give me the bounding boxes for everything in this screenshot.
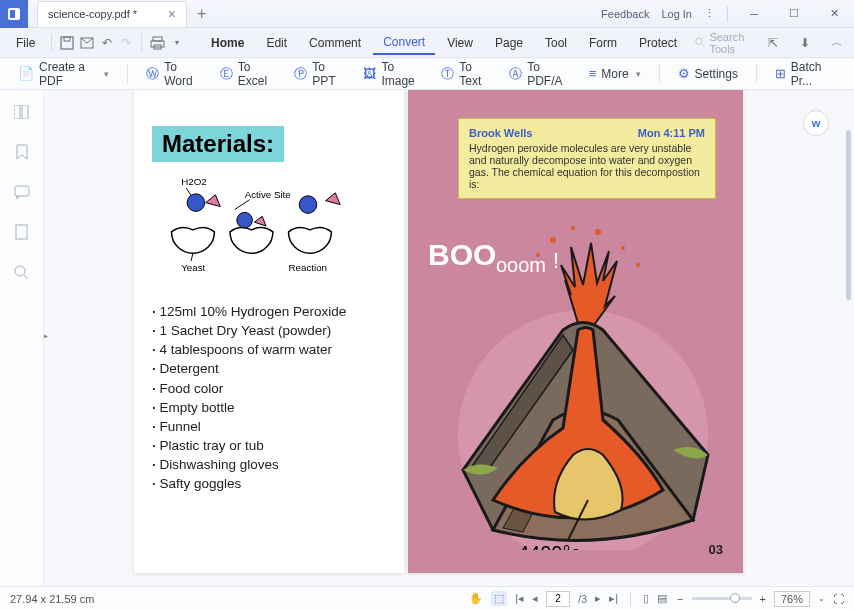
to-ppt-button[interactable]: ⓅTo PPT (286, 57, 351, 91)
to-word-button[interactable]: ⓌTo Word (138, 57, 208, 91)
document-tab[interactable]: science-copy.pdf * × (37, 1, 187, 27)
maximize-button[interactable]: ☐ (780, 0, 808, 28)
page-number: 03 (709, 542, 723, 557)
fullscreen-icon[interactable]: ⛶ (833, 593, 844, 605)
app-logo (0, 0, 28, 28)
tool-menu[interactable]: Tool (535, 32, 577, 54)
toolbar: 📄Create a PDF▾ ⓌTo Word ⒺTo Excel ⓅTo PP… (0, 58, 854, 90)
form-menu[interactable]: Form (579, 32, 627, 54)
svg-rect-11 (22, 105, 28, 119)
next-page-icon[interactable]: ▸ (595, 592, 601, 605)
zoom-slider[interactable] (692, 597, 752, 600)
comment-menu[interactable]: Comment (299, 32, 371, 54)
undo-icon[interactable]: ↶ (98, 32, 116, 54)
share-icon[interactable]: ⇱ (762, 32, 784, 54)
settings-button[interactable]: ⚙Settings (670, 63, 746, 84)
word-export-badge[interactable]: w (803, 110, 829, 136)
feedback-link[interactable]: Feedback (601, 8, 649, 20)
hand-tool-icon[interactable]: ✋ (469, 592, 483, 605)
convert-menu[interactable]: Convert (373, 31, 435, 55)
close-window-button[interactable]: ✕ (820, 0, 848, 28)
zoom-out-icon[interactable]: − (677, 593, 683, 605)
list-item: Empty bottle (152, 398, 386, 417)
batch-button[interactable]: ⊞Batch Pr... (767, 57, 844, 91)
page-dimensions: 27.94 x 21.59 cm (10, 593, 94, 605)
comment-pane-icon[interactable] (12, 182, 32, 202)
protect-menu[interactable]: Protect (629, 32, 687, 54)
prev-page-icon[interactable]: ◂ (532, 592, 538, 605)
search-pane-icon[interactable] (12, 262, 32, 282)
left-sidebar (0, 90, 44, 586)
list-item: 4 tablespoons of warm water (152, 340, 386, 359)
to-excel-button[interactable]: ⒺTo Excel (212, 57, 282, 91)
boom-text: BOO (428, 238, 496, 271)
svg-point-20 (550, 237, 556, 243)
kebab-icon[interactable]: ⋮ (704, 7, 715, 20)
file-menu[interactable]: File (6, 32, 45, 54)
menubar: File ↶ ↷ ▾ Home Edit Comment Convert Vie… (0, 28, 854, 58)
to-text-button[interactable]: ⓉTo Text (433, 57, 497, 91)
new-tab-icon[interactable]: + (197, 5, 206, 23)
svg-rect-6 (151, 41, 164, 47)
redo-icon[interactable]: ↷ (118, 32, 136, 54)
svg-point-23 (571, 226, 575, 230)
more-button[interactable]: ≡More▾ (581, 63, 649, 84)
tab-title: science-copy.pdf * (48, 8, 137, 20)
statusbar: 27.94 x 21.59 cm ✋ ⬚ |◂ ◂ /3 ▸ ▸| ▯ ▤ − … (0, 586, 854, 610)
page-nav: ✋ ⬚ |◂ ◂ /3 ▸ ▸| ▯ ▤ (469, 591, 667, 607)
list-item: Food color (152, 379, 386, 398)
svg-point-21 (595, 229, 601, 235)
login-link[interactable]: Log In (661, 8, 692, 20)
note-body: Hydrogen peroxide molecules are very uns… (469, 142, 705, 190)
temperature-label: 4400°c (518, 542, 581, 550)
print-dd-icon[interactable]: ▾ (168, 32, 186, 54)
document-canvas[interactable]: ▸ w Materials: H2O2 Active Site Yeast Re… (44, 90, 854, 586)
svg-line-9 (701, 44, 704, 47)
svg-rect-12 (15, 186, 29, 196)
materials-list: 125ml 10% Hydrogen Peroxide 1 Sachet Dry… (134, 282, 404, 494)
list-item: Funnel (152, 417, 386, 436)
note-time: Mon 4:11 PM (638, 127, 705, 139)
list-item: 1 Sachet Dry Yeast (powder) (152, 321, 386, 340)
search-tools[interactable]: Search Tools (695, 31, 760, 55)
view-menu[interactable]: View (437, 32, 483, 54)
cloud-icon[interactable]: ⬇ (794, 32, 816, 54)
first-page-icon[interactable]: |◂ (515, 592, 524, 605)
mail-icon[interactable] (78, 32, 96, 54)
list-item: Safty goggles (152, 474, 386, 493)
to-image-button[interactable]: 🖼To Image (355, 57, 429, 91)
bookmark-icon[interactable] (12, 142, 32, 162)
svg-rect-1 (10, 10, 15, 18)
home-menu[interactable]: Home (201, 32, 254, 54)
view-continuous-icon[interactable]: ▤ (657, 592, 667, 605)
thumbnails-icon[interactable] (12, 102, 32, 122)
label-active-site: Active Site (245, 189, 291, 200)
view-single-icon[interactable]: ▯ (643, 592, 649, 605)
tab-close-icon[interactable]: × (168, 6, 176, 22)
svg-rect-2 (61, 37, 73, 49)
page-menu[interactable]: Page (485, 32, 533, 54)
label-h2o2: H2O2 (181, 176, 206, 187)
sticky-note[interactable]: Brook Wells Mon 4:11 PM Hydrogen peroxid… (458, 118, 716, 199)
svg-point-17 (237, 212, 253, 228)
select-tool-icon[interactable]: ⬚ (491, 591, 507, 606)
minimize-button[interactable]: ─ (740, 0, 768, 28)
to-pdfa-button[interactable]: ⒶTo PDF/A (501, 57, 577, 91)
list-item: Dishwashing gloves (152, 455, 386, 474)
list-item: 125ml 10% Hydrogen Peroxide (152, 302, 386, 321)
zoom-in-icon[interactable]: + (760, 593, 766, 605)
page-input[interactable] (546, 591, 570, 607)
last-page-icon[interactable]: ▸| (609, 592, 618, 605)
edit-menu[interactable]: Edit (256, 32, 297, 54)
collapse-ribbon-icon[interactable]: ︿ (826, 32, 848, 54)
svg-rect-13 (16, 225, 27, 239)
save-icon[interactable] (58, 32, 76, 54)
svg-rect-5 (153, 37, 162, 41)
page-total: /3 (578, 593, 587, 605)
print-icon[interactable] (148, 32, 166, 54)
zoom-dd-icon[interactable]: ⌄ (818, 594, 825, 603)
main-area: ▸ w Materials: H2O2 Active Site Yeast Re… (0, 90, 854, 586)
zoom-controls: − + 76% ⌄ ⛶ (677, 591, 844, 607)
create-pdf-button[interactable]: 📄Create a PDF▾ (10, 57, 117, 91)
attachment-icon[interactable] (12, 222, 32, 242)
